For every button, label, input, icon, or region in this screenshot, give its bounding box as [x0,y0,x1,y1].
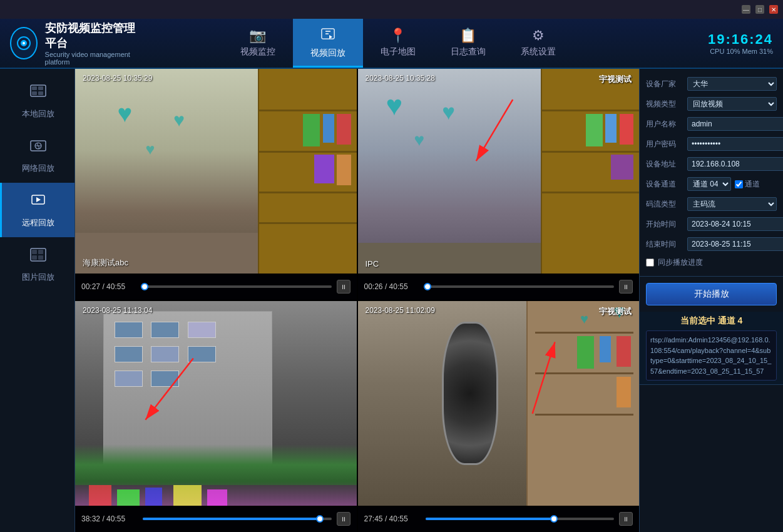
app-subtitle: Security video management platform [45,51,138,66]
start-playback-button[interactable]: 开始播放 [646,283,777,305]
video-cell-4[interactable]: ♥ ♥ 2023-08-25 11:02:09 [358,301,640,532]
map-icon: 📍 [389,28,406,44]
username-input[interactable] [687,117,783,131]
cam1-label: 海康测试abc [83,257,128,269]
tab-monitor[interactable]: 📷 视频监控 [223,19,293,68]
video-type-row: 视频类型 回放视频 实时视频 [646,94,777,114]
manufacturer-label: 设备厂家 [646,79,683,90]
stream-type-row: 码流类型 主码流 子码流 [646,194,777,214]
log-icon: 📋 [459,28,476,44]
cam3-progress-track[interactable] [143,518,332,520]
tab-log[interactable]: 📋 日志查询 [433,19,503,68]
tab-map-label: 电子地图 [381,46,416,58]
device-ch-select[interactable]: 通道 04 通道 01 通道 02 通道 03 [687,177,731,191]
sync-label: 同步播放进度 [658,257,703,268]
device-addr-row: 设备地址 [646,154,777,174]
end-time-label: 结束时间 [646,239,683,250]
cam2-name-top: 宇视测试 [599,74,632,85]
cam4-time: 27:45 / 40:55 [364,514,421,523]
cam3-progress-fill [143,518,320,520]
cam3-progress-thumb[interactable] [316,515,324,523]
sidebar-item-remote[interactable]: 远程回放 [0,183,74,237]
network-playback-label: 网络回放 [22,163,54,174]
sync-checkbox[interactable] [646,258,654,267]
svg-rect-9 [32,91,37,95]
cam2-progress: 00:26 / 40:55 ⏸ [358,274,640,300]
app-header: 安防视频监控管理平台 Security video management pla… [0,19,783,69]
video-cell-3[interactable]: 2023-08-25 11:13:04 38:32 / 40:55 ⏸ [75,301,357,532]
time-display: 19:16:24 CPU 10% Mem 31% [708,31,773,55]
network-playback-icon [29,137,47,159]
monitor-icon: 📷 [249,28,266,44]
svg-rect-17 [32,250,37,254]
stream-type-select[interactable]: 主码流 子码流 [687,197,777,211]
cam4-progress-track[interactable] [426,518,615,520]
device-ch-label: 设备通道 [646,179,683,190]
tab-settings[interactable]: ⚙ 系统设置 [503,19,573,68]
current-time: 19:16:24 [708,31,773,48]
sync-checkbox-label: 同步播放进度 [646,257,703,268]
settings-icon: ⚙ [532,28,545,44]
cam1-progress: 00:27 / 40:55 ⏸ [75,274,357,300]
playback-icon [320,26,335,45]
cam1-pause-button[interactable]: ⏸ [337,280,351,294]
cpu-mem-info: CPU 10% Mem 31% [708,48,773,55]
right-panel: 设备厂家 大华 海康 宇视 视频类型 回放视频 实时视频 用户名称 用户 [639,69,783,532]
device-addr-input[interactable] [687,157,783,171]
cam2-progress-thumb[interactable] [424,283,431,290]
video-content: ♥ ♥ ♥ 2023-08-25 10:35:29 海康测试abc 00:27 … [75,69,639,532]
sidebar-item-network[interactable]: 网络回放 [0,128,74,183]
svg-point-2 [23,42,25,44]
username-row: 用户名称 [646,114,777,134]
cam2-progress-track[interactable] [426,285,615,288]
password-input[interactable] [687,137,783,151]
tunnel-check: 通道 [735,179,760,190]
sync-row: 同步播放进度 [646,254,777,271]
video-type-select[interactable]: 回放视频 实时视频 [687,97,777,111]
end-time-input[interactable] [687,237,783,251]
minimize-button[interactable]: — [742,5,750,14]
sidebar-item-local[interactable]: 本地回放 [0,74,74,128]
current-channel-section: 当前选中 通道 4 rtsp://admin:Admin123456@192.1… [640,312,783,385]
tunnel-checkbox[interactable] [735,180,743,188]
cam3-pause-button[interactable]: ⏸ [337,512,351,526]
main-nav: 📷 视频监控 视频回放 📍 电子地图 📋 日志查询 ⚙ 系统设置 [138,19,658,68]
cam2-pause-button[interactable]: ⏸ [619,280,633,294]
cam1-progress-thumb[interactable] [141,283,148,290]
svg-rect-10 [38,91,43,95]
cam1-time: 00:27 / 40:55 [81,282,138,291]
svg-line-22 [476,100,512,161]
manufacturer-select[interactable]: 大华 海康 宇视 [687,77,777,91]
cam4-progress-fill [426,518,554,520]
device-form: 设备厂家 大华 海康 宇视 视频类型 回放视频 实时视频 用户名称 用户 [640,69,783,277]
start-time-input[interactable] [687,217,783,231]
cam4-progress-thumb[interactable] [550,515,558,523]
tab-playback-label: 视频回放 [310,48,345,59]
tab-map[interactable]: 📍 电子地图 [363,19,433,68]
local-playback-icon [29,83,47,105]
app-title: 安防视频监控管理平台 [45,21,138,51]
end-time-row: 结束时间 [646,234,777,254]
svg-rect-19 [32,255,37,260]
close-button[interactable]: ✕ [769,5,778,14]
cam1-timestamp: 2023-08-25 10:35:29 [83,74,152,83]
sidebar-item-image[interactable]: 图片回放 [0,237,74,292]
remote-playback-icon [29,192,47,213]
cam4-pause-button[interactable]: ⏸ [619,512,633,526]
sidebar: 本地回放 网络回放 远程回放 [0,69,75,532]
tab-playback[interactable]: 视频回放 [293,19,363,68]
svg-rect-20 [38,255,43,260]
tab-monitor-label: 视频监控 [240,46,275,58]
cam3-time: 38:32 / 40:55 [81,514,138,523]
video-cell-2[interactable]: ♥ ♥ ♥ 2023- [358,69,640,300]
cam1-progress-track[interactable] [143,285,332,288]
tunnel-label: 通道 [745,179,760,190]
tab-log-label: 日志查询 [451,46,486,58]
device-ch-row: 设备通道 通道 04 通道 01 通道 02 通道 03 通道 [646,174,777,194]
header-right: 19:16:24 CPU 10% Mem 31% [658,31,783,55]
svg-rect-8 [38,86,43,90]
rtsp-url[interactable]: rtsp://admin:Admin123456@192.168.0.108:5… [646,330,777,381]
video-cell-1[interactable]: ♥ ♥ ♥ 2023-08-25 10:35:29 海康测试abc 00:27 … [75,69,357,300]
cam2-time: 00:26 / 40:55 [364,282,421,291]
maximize-button[interactable]: □ [755,5,764,14]
